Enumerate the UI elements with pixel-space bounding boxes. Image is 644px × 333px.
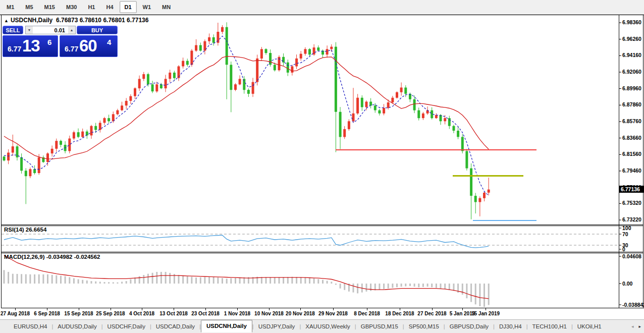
chart-tab-usdcnh-daily[interactable]: USDCNH,Daily: [201, 320, 252, 332]
rsi-axis-label: 0: [622, 246, 625, 252]
volume-input[interactable]: [33, 26, 68, 34]
date-label: 27 Aug 2018: [1, 311, 30, 316]
price-axis-label: 6.85760: [622, 118, 641, 124]
date-label: 13 Oct 2018: [159, 311, 188, 316]
chart-tab-gbpusd-daily[interactable]: GBPUSD,Daily: [445, 321, 493, 331]
chart-tab-gbpusd-m15[interactable]: GBPUSD,M15: [356, 321, 403, 331]
panel-frames: [0, 15, 644, 311]
macd-signal-line: [4, 255, 489, 299]
date-label: 25 Sep 2018: [96, 311, 125, 316]
price-axis-label: 6.94160: [622, 52, 641, 58]
date-label: 29 Nov 2018: [318, 311, 348, 316]
buy-button[interactable]: BUY: [77, 26, 118, 34]
chart-tab-ukoil-h1[interactable]: UKOil,H1: [573, 321, 606, 331]
price-axis-label: 6.96260: [622, 36, 641, 42]
volume-stepper: ▼ ▲: [25, 26, 76, 34]
sell-quote-button[interactable]: 6.77 13 6: [3, 35, 58, 57]
tab-scroll-right-icon[interactable]: ▸: [638, 324, 641, 329]
rsi-panel: [2, 234, 619, 248]
macd-label: MACD(12,26,9) -0.034982 -0.024562: [4, 254, 100, 260]
date-label: 8 Dec 2018: [354, 311, 380, 316]
rsi-line: [4, 235, 489, 248]
ohlc-values: 6.76873 6.78610 6.76801 6.77136: [56, 17, 149, 24]
macd-axis-label: 0.04608: [622, 253, 641, 259]
sell-price-sup: 6: [47, 38, 51, 46]
sell-button[interactable]: SELL: [3, 26, 23, 34]
symbol-title: USDCNH,Daily: [11, 17, 52, 24]
price-axis-label: 6.83660: [622, 135, 641, 141]
tab-scroll-left-icon[interactable]: ◂: [631, 324, 634, 329]
date-label: 18 Dec 2018: [385, 311, 414, 316]
sell-price-big: 13: [22, 36, 40, 56]
sell-price-prefix: 6.77: [8, 45, 21, 53]
price-axis-label: 6.75320: [622, 200, 641, 206]
date-label: 15 Jan 2019: [471, 311, 500, 316]
chart-tab-xauusd-weekly[interactable]: XAUUSD,Weekly: [301, 321, 355, 331]
chart-tab-bar: EURUSD,H4|AUDUSD,Daily|USDCHF,Daily|USDC…: [0, 319, 644, 333]
trading-terminal-window: M1M5M15M30H1H4D1W1MN ▲USDCNH,Daily 6.768…: [0, 0, 644, 333]
date-label: 1 Nov 2018: [224, 311, 250, 316]
chart-tab-sp500-m15[interactable]: SP500,M15: [404, 321, 444, 331]
chart-tab-usdjpy-daily[interactable]: USDJPY,Daily: [254, 321, 300, 331]
buy-price-sup: 4: [107, 38, 111, 46]
chart-tab-audusd-daily[interactable]: AUDUSD,Daily: [53, 321, 101, 331]
date-label: 20 Nov 2018: [286, 311, 315, 316]
date-label: 10 Nov 2018: [254, 311, 284, 316]
price-axis-label: 6.98360: [622, 19, 641, 25]
volume-increase-button[interactable]: ▲: [68, 26, 75, 34]
collapse-panel-icon[interactable]: ▲: [4, 18, 9, 23]
macd-axis-label: 0.00: [622, 281, 632, 287]
one-click-trade-panel: SELL ▼ ▲ BUY 6.77 13 6 6.77 60 4: [3, 26, 118, 57]
rsi-axis-label: 70: [622, 231, 628, 237]
date-label: 27 Dec 2018: [417, 311, 446, 316]
ma-slow-line: [4, 57, 489, 159]
chart-tab-dj30-h4[interactable]: DJ30,H4: [495, 321, 526, 331]
volume-decrease-button[interactable]: ▼: [26, 26, 33, 34]
symbol-header: ▲USDCNH,Daily 6.76873 6.78610 6.76801 6.…: [4, 17, 148, 24]
date-label: 6 Sep 2018: [34, 311, 60, 316]
price-axis-label: 6.89960: [622, 85, 641, 91]
date-label: 4 Oct 2018: [129, 311, 154, 316]
macd-axis-label: -0.038842: [622, 302, 644, 308]
price-axis-label: 6.87860: [622, 101, 641, 107]
chart-tab-usdcad-daily[interactable]: USDCAD,Daily: [151, 321, 199, 331]
macd-panel: [4, 255, 490, 307]
buy-quote-button[interactable]: 6.77 60 4: [60, 35, 118, 57]
price-axis-label: 6.81560: [622, 151, 641, 157]
date-label: 15 Sep 2018: [64, 311, 93, 316]
chart-tab-usdchf-daily[interactable]: USDCHF,Daily: [103, 321, 150, 331]
buy-price-big: 60: [79, 36, 97, 56]
current-price-tag: 6.77136: [619, 186, 644, 193]
price-axis-label: 6.92060: [622, 69, 641, 75]
date-label: 23 Oct 2018: [191, 311, 220, 316]
chart-tab-tech100-h1[interactable]: TECH100,H1: [527, 321, 571, 331]
buy-price-prefix: 6.77: [65, 45, 78, 53]
price-axis-label: 6.73220: [622, 216, 641, 223]
chart-tab-eurusd-h4[interactable]: EURUSD,H4: [9, 321, 51, 331]
rsi-axis-label: 100: [622, 225, 631, 231]
rsi-label: RSI(14) 26.6654: [4, 227, 46, 233]
ma-fast-line: [4, 36, 489, 195]
price-axis-label: 6.79460: [622, 168, 641, 174]
